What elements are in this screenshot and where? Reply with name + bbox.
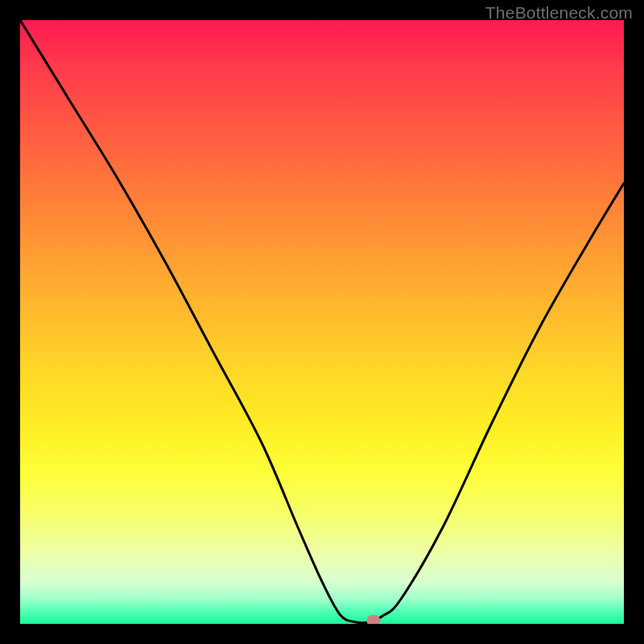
curve-layer bbox=[20, 20, 624, 624]
optimal-point-marker bbox=[366, 615, 380, 625]
chart-frame: TheBottleneck.com bbox=[0, 0, 644, 644]
plot-area bbox=[20, 20, 624, 624]
watermark-text: TheBottleneck.com bbox=[485, 3, 633, 23]
bottleneck-curve bbox=[20, 20, 624, 623]
